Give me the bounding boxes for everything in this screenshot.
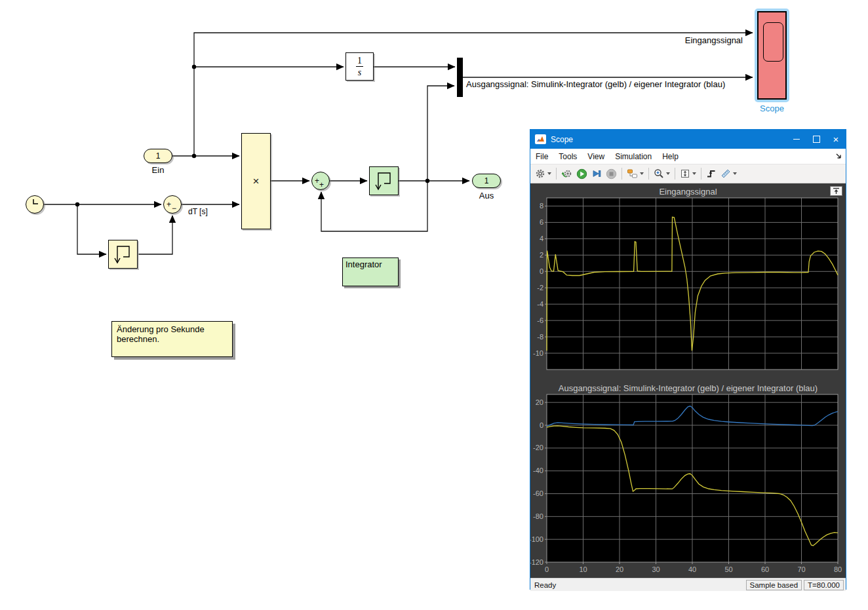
scope-block[interactable] bbox=[755, 9, 789, 102]
svg-text:-20: -20 bbox=[533, 444, 543, 451]
toolbar-separator bbox=[556, 168, 557, 180]
svg-text:-80: -80 bbox=[533, 512, 543, 520]
dropdown-caret bbox=[733, 172, 737, 175]
run-button[interactable] bbox=[574, 166, 589, 181]
annotation-note[interactable]: Änderung pro Sekunde berechnen. bbox=[111, 321, 233, 357]
sum1-sign-plus: + bbox=[167, 200, 171, 208]
scope-block-label: Scope bbox=[755, 104, 789, 113]
toolbar-separator bbox=[621, 168, 622, 180]
sum2-sign-b: + bbox=[319, 181, 324, 189]
zoom-button[interactable] bbox=[652, 166, 672, 181]
statusbar: Ready Sample based T=80.000 bbox=[530, 578, 846, 591]
outport-aus-value: 1 bbox=[484, 176, 489, 185]
menu-overflow-icon[interactable] bbox=[835, 152, 842, 162]
plot2-axes: 200-20-40-60-80-100-12001020304050607080 bbox=[530, 380, 846, 578]
menu-help[interactable]: Help bbox=[657, 152, 684, 161]
scale-axes-icon bbox=[680, 168, 690, 179]
close-button[interactable]: × bbox=[826, 130, 846, 149]
matlab-logo-icon bbox=[535, 134, 546, 144]
trigger-button[interactable] bbox=[704, 166, 719, 181]
memory-block-2[interactable] bbox=[369, 166, 399, 195]
svg-text:-8: -8 bbox=[537, 333, 543, 341]
annotation-integrator[interactable]: Integrator bbox=[342, 257, 399, 286]
input-signal-label: Eingangssignal bbox=[685, 35, 743, 45]
scope-canvas: Eingangssignal 86420-2-4-6-8-10 Ausgangs… bbox=[530, 183, 846, 578]
memory-block-1[interactable] bbox=[108, 240, 138, 269]
menu-simulation[interactable]: Simulation bbox=[610, 152, 657, 161]
svg-text:40: 40 bbox=[688, 565, 696, 573]
integrator-tf-block[interactable]: 1 s bbox=[345, 52, 374, 81]
output-signal-label: Ausgangssignal: Simulink-Integrator (gel… bbox=[466, 79, 725, 89]
sum-block-2[interactable]: + + bbox=[311, 172, 330, 190]
maximize-button[interactable] bbox=[806, 130, 826, 149]
tf-numerator: 1 bbox=[357, 56, 362, 66]
svg-text:0: 0 bbox=[545, 565, 549, 573]
scale-axes-button[interactable] bbox=[678, 166, 698, 181]
clock-block[interactable] bbox=[26, 195, 44, 214]
clock-icon bbox=[26, 196, 43, 212]
highlight-block-icon bbox=[561, 168, 572, 179]
status-ready: Ready bbox=[530, 581, 746, 589]
highlight-simulink-block-button[interactable] bbox=[559, 166, 574, 181]
svg-text:30: 30 bbox=[652, 565, 660, 573]
sum1-sign-minus: − bbox=[172, 204, 176, 212]
trigger-icon bbox=[706, 168, 717, 179]
note-line-2: berechnen. bbox=[117, 334, 227, 344]
product-block[interactable]: × bbox=[241, 133, 271, 229]
stop-button[interactable] bbox=[604, 166, 619, 181]
dock-arrow-icon bbox=[832, 187, 840, 195]
outport-aus[interactable]: 1 bbox=[472, 174, 501, 188]
plot1-title: Eingangssignal bbox=[530, 187, 846, 197]
page: { "colors": { "titlebar": "#0a7ad4", "wi… bbox=[0, 0, 868, 610]
svg-text:20: 20 bbox=[616, 565, 623, 573]
step-forward-button[interactable] bbox=[589, 166, 604, 181]
settings-button[interactable] bbox=[533, 166, 553, 181]
tf-denominator: s bbox=[358, 68, 361, 77]
inport-ein-label: Ein bbox=[144, 165, 172, 175]
svg-text:10: 10 bbox=[579, 565, 587, 573]
inport-ein[interactable]: 1 bbox=[144, 149, 172, 163]
svg-text:0: 0 bbox=[540, 267, 543, 275]
svg-text:4: 4 bbox=[540, 235, 543, 242]
dropdown-caret bbox=[547, 172, 551, 175]
step-forward-icon bbox=[591, 168, 602, 179]
plot1-axes: 86420-2-4-6-8-10 bbox=[530, 183, 846, 380]
minimize-button[interactable] bbox=[787, 130, 806, 149]
inport-ein-value: 1 bbox=[156, 151, 161, 161]
svg-text:20: 20 bbox=[536, 398, 543, 406]
sum-block-1[interactable]: + − bbox=[163, 195, 182, 214]
dock-button[interactable] bbox=[830, 186, 842, 196]
svg-text:-10: -10 bbox=[533, 349, 543, 357]
svg-text:60: 60 bbox=[761, 565, 769, 573]
plot2-title: Ausgangssignal: Simulink-Integrator (gel… bbox=[530, 383, 846, 393]
tf-fraction-bar bbox=[356, 66, 363, 67]
toolbar-separator bbox=[701, 168, 701, 180]
signal-selector-button[interactable] bbox=[625, 166, 646, 181]
scope-block-body bbox=[757, 11, 787, 100]
menu-view[interactable]: View bbox=[582, 152, 610, 161]
svg-text:8: 8 bbox=[540, 202, 543, 210]
tf-fraction: 1 s bbox=[346, 53, 373, 80]
measurements-button[interactable] bbox=[719, 166, 739, 181]
dropdown-caret bbox=[666, 172, 670, 175]
svg-text:-60: -60 bbox=[533, 489, 543, 497]
titlebar[interactable]: Scope × bbox=[530, 130, 846, 149]
svg-text:70: 70 bbox=[797, 565, 805, 573]
toolbar-separator bbox=[675, 168, 675, 180]
svg-text:6: 6 bbox=[540, 218, 543, 226]
run-icon bbox=[576, 168, 587, 180]
stop-icon bbox=[606, 168, 617, 180]
sum2-sign-a: + bbox=[315, 177, 319, 185]
toolbar bbox=[530, 164, 846, 183]
status-sample-mode: Sample based bbox=[746, 580, 802, 590]
svg-text:50: 50 bbox=[724, 565, 732, 573]
signal-selector-icon bbox=[627, 168, 638, 179]
toolbar-separator bbox=[648, 168, 649, 180]
window-title: Scope bbox=[551, 135, 573, 144]
svg-text:-40: -40 bbox=[533, 467, 543, 474]
mux-block[interactable] bbox=[457, 58, 463, 97]
menu-tools[interactable]: Tools bbox=[553, 152, 582, 161]
memory-icon bbox=[370, 167, 397, 194]
menu-file[interactable]: File bbox=[530, 152, 553, 161]
dt-signal-label: dT [s] bbox=[188, 207, 208, 216]
